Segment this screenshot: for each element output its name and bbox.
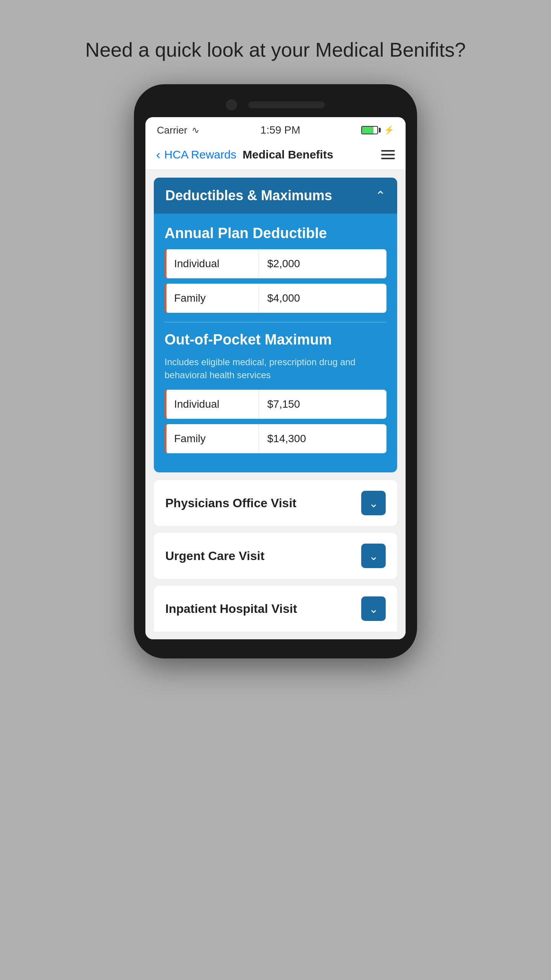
physicians-office-chevron-btn[interactable]: ⌄: [361, 491, 386, 515]
urgent-care-section[interactable]: Urgent Care Visit ⌄: [154, 533, 397, 579]
phone-screen: Carrier ∿ 1:59 PM ⚡ ‹ HCA Rewards: [145, 117, 406, 639]
carrier-label: Carrier: [157, 124, 187, 136]
menu-line-2: [381, 154, 395, 155]
status-bar: Carrier ∿ 1:59 PM ⚡: [145, 117, 406, 141]
inpatient-hospital-chevron-btn[interactable]: ⌄: [361, 596, 386, 621]
battery-fill: [362, 127, 373, 134]
urgent-care-title: Urgent Care Visit: [165, 549, 264, 563]
phone-speaker: [248, 101, 325, 108]
status-left: Carrier ∿: [157, 124, 199, 136]
oop-max-subtitle: Includes eligible medical, prescription …: [165, 356, 386, 381]
oop-family-row: Family $14,300: [165, 424, 386, 453]
deductible-family-row: Family $4,000: [165, 284, 386, 313]
nav-parent-label[interactable]: HCA Rewards: [164, 148, 236, 161]
status-time: 1:59 PM: [261, 124, 300, 136]
deductible-individual-row: Individual $2,000: [165, 249, 386, 278]
physicians-office-section[interactable]: Physicians Office Visit ⌄: [154, 480, 397, 526]
oop-individual-row: Individual $7,150: [165, 390, 386, 419]
nav-current-title: Medical Benefits: [243, 148, 333, 161]
menu-line-3: [381, 158, 395, 159]
nav-left[interactable]: ‹ HCA Rewards Medical Benefits: [156, 147, 333, 162]
physicians-office-title: Physicians Office Visit: [165, 496, 297, 510]
oop-individual-label: Individual: [166, 390, 259, 419]
oop-individual-value: $7,150: [259, 390, 387, 419]
physicians-chevron-down-icon: ⌄: [369, 497, 378, 510]
nav-title-group: HCA Rewards Medical Benefits: [164, 148, 333, 161]
deductibles-chevron-up-icon: ⌃: [375, 188, 386, 203]
deductible-individual-value: $2,000: [259, 249, 387, 278]
oop-family-value: $14,300: [259, 424, 387, 453]
deductibles-section-body: Annual Plan Deductible Individual $2,000…: [154, 214, 397, 472]
section-divider: [165, 322, 386, 322]
battery-body: [361, 126, 378, 134]
wifi-icon: ∿: [192, 125, 199, 136]
inpatient-hospital-title: Inpatient Hospital Visit: [165, 602, 297, 616]
deductibles-section-card: Deductibles & Maximums ⌃ Annual Plan Ded…: [154, 178, 397, 472]
page-tagline: Need a quick look at your Medical Benifi…: [85, 38, 466, 61]
battery-icon: [361, 126, 381, 134]
main-content: Deductibles & Maximums ⌃ Annual Plan Ded…: [145, 170, 406, 639]
phone-camera: [226, 100, 237, 110]
urgent-care-chevron-btn[interactable]: ⌄: [361, 544, 386, 568]
battery-tip: [379, 128, 381, 132]
back-arrow-icon[interactable]: ‹: [156, 147, 160, 162]
inpatient-chevron-down-icon: ⌄: [369, 602, 378, 616]
status-right: ⚡: [361, 125, 394, 135]
inpatient-hospital-section[interactable]: Inpatient Hospital Visit ⌄: [154, 586, 397, 632]
oop-max-title: Out-of-Pocket Maximum: [165, 332, 386, 348]
deductible-individual-label: Individual: [166, 249, 259, 278]
phone-shell: Carrier ∿ 1:59 PM ⚡ ‹ HCA Rewards: [134, 84, 417, 658]
oop-family-label: Family: [166, 424, 259, 453]
nav-bar: ‹ HCA Rewards Medical Benefits: [145, 141, 406, 170]
deductible-family-value: $4,000: [259, 284, 387, 313]
hamburger-menu-icon[interactable]: [381, 150, 395, 159]
phone-top-bar: [145, 100, 406, 110]
deductibles-section-header[interactable]: Deductibles & Maximums ⌃: [154, 178, 397, 214]
menu-line-1: [381, 150, 395, 152]
urgent-care-chevron-down-icon: ⌄: [369, 549, 378, 563]
annual-deductible-title: Annual Plan Deductible: [165, 225, 386, 242]
deductibles-section-title: Deductibles & Maximums: [165, 188, 332, 204]
deductible-family-label: Family: [166, 284, 259, 313]
bolt-icon: ⚡: [384, 125, 394, 135]
